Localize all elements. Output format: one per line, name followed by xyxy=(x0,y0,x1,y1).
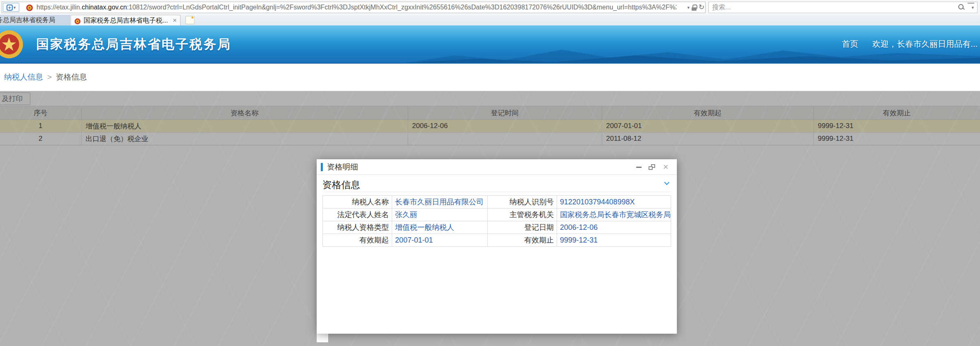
tab-label: 国家税务总局吉林省电子税... xyxy=(84,15,170,26)
browser-toolbar: + ▾ https://etax.jilin.chinatax.gov.cn:1… xyxy=(0,0,980,15)
qualification-detail-modal: 资格明细 × 资格信息 纳税人名称 长春市久丽日用品有限公司 纳税人识别号 91… xyxy=(317,159,677,334)
section-title: 资格信息 xyxy=(322,179,360,191)
detail-row: 法定代表人姓名 张久丽 主管税务机关 国家税务总局长春市宽城区税务局 xyxy=(323,209,671,221)
modal-corner-artifact xyxy=(317,334,328,342)
field-value-tax-authority: 国家税务总局长春市宽城区税务局 xyxy=(557,209,671,221)
field-label-valid-from: 有效期起 xyxy=(323,234,392,247)
tab-label: 务总局吉林省税务局 xyxy=(0,16,55,23)
tab-close-icon[interactable]: × xyxy=(173,15,177,26)
url-domain: chinatax.gov.cn xyxy=(82,4,127,11)
url-scheme-host: https://etax.jilin. xyxy=(37,4,82,11)
search-icon[interactable] xyxy=(958,4,965,11)
detail-row: 有效期起 2007-01-01 有效期止 9999-12-31 xyxy=(323,234,671,247)
field-value-taxpayer-id: 91220103794408998X xyxy=(557,196,671,209)
address-bar[interactable]: + ▾ https://etax.jilin.chinatax.gov.cn:1… xyxy=(2,2,706,13)
title-accent-bar xyxy=(321,163,323,171)
site-title: 国家税务总局吉林省电子税务局 xyxy=(36,36,231,53)
breadcrumb-current: 资格信息 xyxy=(56,72,87,82)
field-value-qualification-type: 增值税一般纳税人 xyxy=(392,221,488,234)
field-value-valid-to: 9999-12-31 xyxy=(557,234,671,247)
modal-close-icon[interactable]: × xyxy=(662,159,669,175)
modal-title: 资格明细 xyxy=(327,159,358,175)
modal-minimize-icon[interactable] xyxy=(635,159,642,175)
field-value-valid-from: 2007-01-01 xyxy=(392,234,488,247)
safety-shield-button[interactable]: + ▾ xyxy=(3,3,19,12)
detail-table: 纳税人名称 长春市久丽日用品有限公司 纳税人识别号 91220103794408… xyxy=(322,195,671,247)
url-dropdown-icon[interactable]: ▾ xyxy=(687,5,690,10)
field-label-taxpayer-name: 纳税人名称 xyxy=(323,196,392,209)
tab-etax-active[interactable]: 国家税务总局吉林省电子税... × xyxy=(71,15,180,25)
site-banner: 国家税务总局吉林省电子税务局 首页 欢迎，长春市久丽日用品有... xyxy=(0,25,980,64)
new-tab-button[interactable]: * xyxy=(185,16,194,24)
lock-icon xyxy=(691,5,697,11)
refresh-icon[interactable]: ↻ xyxy=(698,2,705,13)
search-box[interactable]: ▾ xyxy=(708,2,978,13)
field-label-legal-rep: 法定代表人姓名 xyxy=(323,209,392,221)
modal-restore-icon[interactable] xyxy=(648,159,656,175)
tab-jilin-tax-bureau[interactable]: 务总局吉林省税务局 xyxy=(0,15,70,25)
window-minimize-icon[interactable]: — xyxy=(968,0,974,7)
collapse-chevron-icon[interactable] xyxy=(664,180,669,185)
chevron-down-icon: ▾ xyxy=(14,5,16,10)
site-emblem-icon xyxy=(26,4,33,11)
url-path: :10812/sword?ctrl=LnGdsPortalCtrl_initPa… xyxy=(127,4,676,11)
search-input[interactable] xyxy=(712,2,942,12)
field-value-legal-rep: 张久丽 xyxy=(392,209,488,221)
field-label-tax-authority: 主管税务机关 xyxy=(488,209,557,221)
tax-emblem-icon xyxy=(0,29,25,60)
shield-plus-icon: + xyxy=(7,5,13,11)
home-link[interactable]: 首页 xyxy=(842,39,858,50)
screen: + ▾ https://etax.jilin.chinatax.gov.cn:1… xyxy=(0,0,980,346)
breadcrumb-parent-link[interactable]: 纳税人信息 xyxy=(4,72,43,82)
url-text[interactable]: https://etax.jilin.chinatax.gov.cn:10812… xyxy=(37,2,676,13)
modal-titlebar: 资格明细 × xyxy=(317,159,677,175)
detail-row: 纳税人资格类型 增值税一般纳税人 登记日期 2006-12-06 xyxy=(323,221,671,234)
field-label-taxpayer-id: 纳税人识别号 xyxy=(488,196,557,209)
tab-bar: 务总局吉林省税务局 国家税务总局吉林省电子税... × * xyxy=(0,15,980,25)
welcome-text[interactable]: 欢迎，长春市久丽日用品有... xyxy=(872,39,978,50)
field-label-valid-to: 有效期止 xyxy=(488,234,557,247)
field-label-register-date: 登记日期 xyxy=(488,221,557,234)
breadcrumb-separator-icon: > xyxy=(47,73,52,82)
modal-body: 资格信息 纳税人名称 长春市久丽日用品有限公司 纳税人识别号 912201037… xyxy=(317,175,677,247)
breadcrumb: 纳税人信息 > 资格信息 xyxy=(0,64,980,91)
new-tab-star-icon: * xyxy=(192,15,194,22)
tab-favicon-emblem-icon xyxy=(74,17,81,24)
banner-user-area: 首页 欢迎，长春市久丽日用品有... xyxy=(842,25,978,63)
field-label-qualification-type: 纳税人资格类型 xyxy=(323,221,392,234)
field-value-register-date: 2006-12-06 xyxy=(557,221,671,234)
detail-row: 纳税人名称 长春市久丽日用品有限公司 纳税人识别号 91220103794408… xyxy=(323,196,671,209)
section-header: 资格信息 xyxy=(322,175,671,192)
field-value-taxpayer-name: 长春市久丽日用品有限公司 xyxy=(392,196,488,209)
